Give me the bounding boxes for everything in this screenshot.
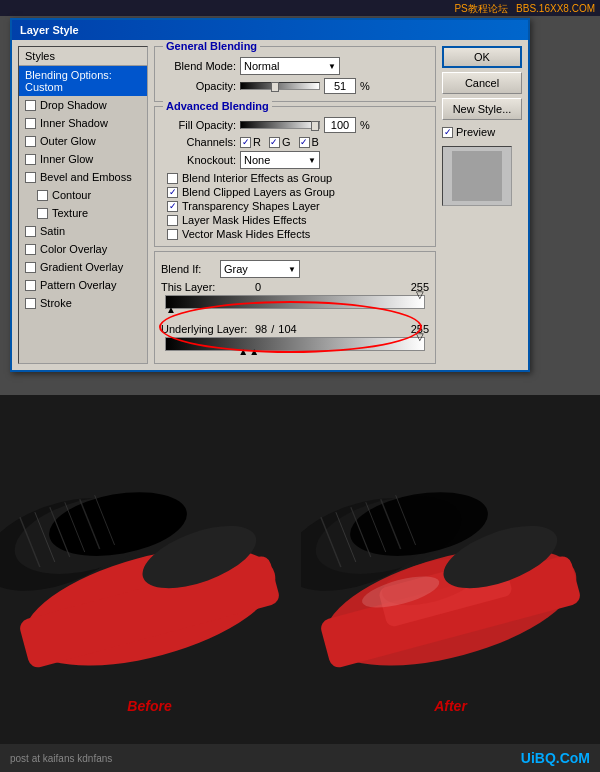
option5-row[interactable]: Vector Mask Hides Effects: [167, 228, 429, 240]
option3-row[interactable]: Transparency Shapes Layer: [167, 200, 429, 212]
footer-text: post at kaifans kdnfans: [10, 753, 112, 764]
texture-checkbox[interactable]: [37, 208, 48, 219]
underlying-right-arrow[interactable]: ▽: [416, 331, 424, 342]
option4-row[interactable]: Layer Mask Hides Effects: [167, 214, 429, 226]
sidebar-item-satin[interactable]: Satin: [19, 222, 147, 240]
opacity-label: Opacity:: [161, 80, 236, 92]
sidebar-item-inner-shadow[interactable]: Inner Shadow: [19, 114, 147, 132]
blend-mode-select[interactable]: Normal ▼: [240, 57, 340, 75]
sidebar-item-drop-shadow[interactable]: Drop Shadow: [19, 96, 147, 114]
channel-b-item[interactable]: B: [299, 136, 319, 148]
drop-shadow-checkbox[interactable]: [25, 100, 36, 111]
sidebar-item-outer-glow[interactable]: Outer Glow: [19, 132, 147, 150]
option3-label: Transparency Shapes Layer: [182, 200, 320, 212]
watermark-text: PS教程论坛: [454, 3, 507, 14]
knockout-label: Knockout:: [161, 154, 236, 166]
after-brush-svg: [301, 395, 600, 744]
fill-opacity-thumb[interactable]: [311, 121, 319, 131]
sidebar-item-texture[interactable]: Texture: [19, 204, 147, 222]
ok-button[interactable]: OK: [442, 46, 522, 68]
color-overlay-checkbox[interactable]: [25, 244, 36, 255]
sidebar-item-gradient-overlay[interactable]: Gradient Overlay: [19, 258, 147, 276]
before-brush-svg: [0, 395, 299, 744]
preview-label: Preview: [456, 126, 495, 138]
channel-r-item[interactable]: R: [240, 136, 261, 148]
opacity-value[interactable]: 51: [324, 78, 356, 94]
channels-label: Channels:: [161, 136, 236, 148]
gradient-overlay-checkbox[interactable]: [25, 262, 36, 273]
this-layer-left-arrow[interactable]: ▲: [166, 304, 176, 315]
fill-opacity-percent: %: [360, 119, 370, 131]
option2-row[interactable]: Blend Clipped Layers as Group: [167, 186, 429, 198]
contour-checkbox[interactable]: [37, 190, 48, 201]
option5-label: Vector Mask Hides Effects: [182, 228, 310, 240]
option3-checkbox[interactable]: [167, 201, 178, 212]
bevel-emboss-checkbox[interactable]: [25, 172, 36, 183]
channel-r-label: R: [253, 136, 261, 148]
blending-options-label: Blending Options: Custom: [25, 69, 141, 93]
fill-opacity-label: Fill Opacity:: [161, 119, 236, 131]
styles-panel: Styles Blending Options: Custom Drop Sha…: [18, 46, 148, 364]
underlying-mid: 104: [278, 323, 296, 335]
sidebar-item-pattern-overlay[interactable]: Pattern Overlay: [19, 276, 147, 294]
images-area: Before: [0, 395, 600, 772]
option2-checkbox[interactable]: [167, 187, 178, 198]
new-style-button[interactable]: New Style...: [442, 98, 522, 120]
knockout-arrow: ▼: [308, 156, 316, 165]
underlying-min: 98: [255, 323, 267, 335]
sidebar-item-bevel-emboss[interactable]: Bevel and Emboss: [19, 168, 147, 186]
buttons-panel: OK Cancel New Style... Preview: [442, 46, 522, 364]
dialog-title-bar: Layer Style: [12, 20, 528, 40]
sidebar-item-blending-options[interactable]: Blending Options: Custom: [19, 66, 147, 96]
fill-opacity-slider[interactable]: [240, 121, 320, 129]
sidebar-item-inner-glow[interactable]: Inner Glow: [19, 150, 147, 168]
underlying-split-arrows[interactable]: ▲▲: [238, 346, 259, 357]
general-blending-section: General Blending Blend Mode: Normal ▼ Op…: [154, 46, 436, 102]
opacity-percent: %: [360, 80, 370, 92]
sidebar-item-color-overlay[interactable]: Color Overlay: [19, 240, 147, 258]
option5-checkbox[interactable]: [167, 229, 178, 240]
option1-label: Blend Interior Effects as Group: [182, 172, 332, 184]
blend-if-section: Blend If: Gray ▼ This Layer: 0 255: [154, 251, 436, 364]
blend-if-select[interactable]: Gray ▼: [220, 260, 300, 278]
channel-g-label: G: [282, 136, 291, 148]
underlying-layer-gradient: ▲▲ ▽: [165, 337, 425, 351]
option1-checkbox[interactable]: [167, 173, 178, 184]
outer-glow-checkbox[interactable]: [25, 136, 36, 147]
blend-mode-arrow: ▼: [328, 62, 336, 71]
option4-checkbox[interactable]: [167, 215, 178, 226]
preview-row: Preview: [442, 126, 522, 138]
watermark-bar: PS教程论坛 BBS.16XX8.COM: [0, 0, 600, 16]
opacity-slider[interactable]: [240, 82, 320, 90]
channel-g-checkbox[interactable]: [269, 137, 280, 148]
this-layer-min: 0: [255, 281, 261, 293]
channel-r-checkbox[interactable]: [240, 137, 251, 148]
preview-box: [442, 146, 512, 206]
sidebar-item-stroke[interactable]: Stroke: [19, 294, 147, 312]
fill-opacity-value[interactable]: 100: [324, 117, 356, 133]
blend-if-label: Blend If:: [161, 263, 216, 275]
pattern-overlay-checkbox[interactable]: [25, 280, 36, 291]
images-row: Before: [0, 395, 600, 744]
cancel-button[interactable]: Cancel: [442, 72, 522, 94]
option1-row[interactable]: Blend Interior Effects as Group: [167, 172, 429, 184]
this-layer-right-arrow[interactable]: ▽: [416, 289, 424, 300]
preview-inner: [452, 151, 502, 201]
preview-checkbox[interactable]: [442, 127, 453, 138]
advanced-blending-section: Advanced Blending Fill Opacity: 100 % Ch…: [154, 106, 436, 247]
stroke-checkbox[interactable]: [25, 298, 36, 309]
inner-glow-checkbox[interactable]: [25, 154, 36, 165]
channel-g-item[interactable]: G: [269, 136, 291, 148]
this-layer-gradient: ▲ ▽: [165, 295, 425, 309]
option4-label: Layer Mask Hides Effects: [182, 214, 307, 226]
before-panel: Before: [0, 395, 299, 744]
blend-mode-label: Blend Mode:: [161, 60, 236, 72]
after-panel: After: [301, 395, 600, 744]
inner-shadow-checkbox[interactable]: [25, 118, 36, 129]
satin-checkbox[interactable]: [25, 226, 36, 237]
knockout-select[interactable]: None ▼: [240, 151, 320, 169]
sidebar-item-contour[interactable]: Contour: [19, 186, 147, 204]
opacity-thumb[interactable]: [271, 82, 279, 92]
channel-b-checkbox[interactable]: [299, 137, 310, 148]
brand-text: UiBQ.CoM: [521, 750, 590, 766]
